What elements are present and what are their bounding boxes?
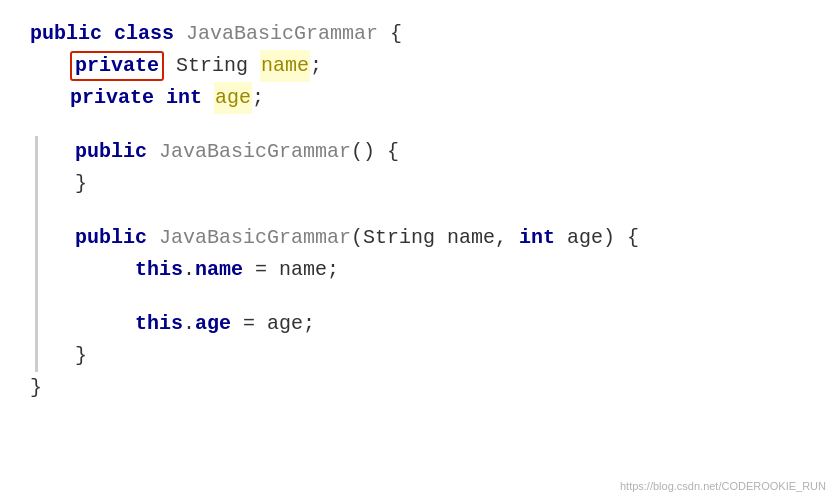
keyword-int-8: int bbox=[519, 222, 555, 254]
keyword-public-8: public bbox=[75, 222, 159, 254]
semicolon-2: ; bbox=[310, 50, 322, 82]
blank-line-7 bbox=[35, 200, 814, 222]
code-line-11: this.age = age; bbox=[135, 308, 814, 340]
code-line-3: private int age; bbox=[70, 82, 814, 114]
field-name-9: name bbox=[195, 254, 243, 286]
dot-9: . bbox=[183, 254, 195, 286]
var-age: age bbox=[214, 82, 252, 114]
parens-5: () { bbox=[351, 136, 399, 168]
code-line-9: this.name = name; bbox=[135, 254, 814, 286]
blank-line-10 bbox=[35, 286, 814, 308]
watermark: https://blog.csdn.net/CODEROOKIE_RUN bbox=[620, 478, 826, 496]
string-type: String bbox=[164, 50, 260, 82]
keyword-this-9: this bbox=[135, 254, 183, 286]
left-bar bbox=[35, 136, 38, 372]
assign-11: = age; bbox=[231, 308, 315, 340]
code-editor: public class JavaBasicGrammar { private … bbox=[0, 0, 834, 504]
var-name: name bbox=[260, 50, 310, 82]
keyword-this-11: this bbox=[135, 308, 183, 340]
classname-8: JavaBasicGrammar bbox=[159, 222, 351, 254]
closing-brace-6: } bbox=[75, 168, 87, 200]
age-param-8: age) { bbox=[555, 222, 639, 254]
semicolon-3: ; bbox=[252, 82, 264, 114]
params-8: (String name, bbox=[351, 222, 519, 254]
keyword-private-boxed: private bbox=[70, 51, 164, 81]
classname-5: JavaBasicGrammar bbox=[159, 136, 351, 168]
code-line-6: } bbox=[75, 168, 814, 200]
dot-11: . bbox=[183, 308, 195, 340]
code-line-1: public class JavaBasicGrammar { bbox=[30, 18, 814, 50]
keyword-public-5: public bbox=[75, 136, 159, 168]
keyword-private-3: private bbox=[70, 82, 166, 114]
bar-section: public JavaBasicGrammar() { } public Jav… bbox=[35, 136, 814, 372]
code-line-12: } bbox=[75, 340, 814, 372]
code-line-2: private String name; bbox=[70, 50, 814, 82]
blank-line-4 bbox=[30, 114, 814, 136]
keyword-int-3: int bbox=[166, 82, 214, 114]
code-line-13: } bbox=[30, 372, 814, 404]
assign-9: = name; bbox=[243, 254, 339, 286]
code-line-8: public JavaBasicGrammar(String name, int… bbox=[75, 222, 814, 254]
keyword-class-1: class bbox=[114, 18, 186, 50]
keyword-public-1: public bbox=[30, 18, 114, 50]
field-age-11: age bbox=[195, 308, 231, 340]
classname-1: JavaBasicGrammar bbox=[186, 18, 378, 50]
closing-brace-13: } bbox=[30, 372, 42, 404]
code-line-5: public JavaBasicGrammar() { bbox=[75, 136, 814, 168]
brace-1: { bbox=[378, 18, 402, 50]
closing-brace-12: } bbox=[75, 340, 87, 372]
